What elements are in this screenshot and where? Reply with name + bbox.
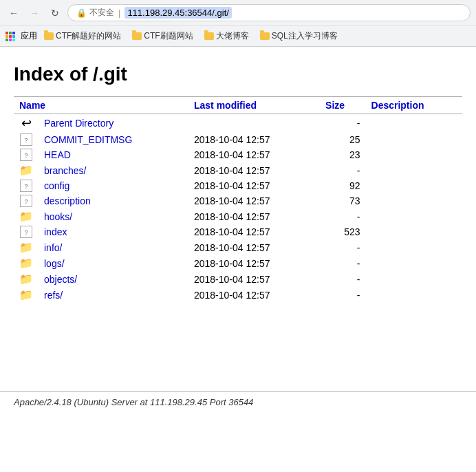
table-row: 📁 objects/ 2018-10-04 12:57 - <box>14 271 462 287</box>
file-link[interactable]: info/ <box>44 242 62 253</box>
bookmark-label-4: SQL注入学习博客 <box>272 30 338 42</box>
row-icon-cell: 📁 <box>14 287 39 303</box>
row-modified-cell: 2018-10-04 12:57 <box>188 255 320 271</box>
file-link[interactable]: config <box>44 180 69 191</box>
size-sort-link[interactable]: Size <box>325 100 345 111</box>
row-modified-cell: 2018-10-04 12:57 <box>188 271 320 287</box>
file-link[interactable]: index <box>44 226 67 237</box>
row-desc-cell <box>366 271 462 287</box>
bookmark-sql[interactable]: SQL注入学习博客 <box>256 29 342 43</box>
unknown-file-icon: ? <box>20 226 32 238</box>
row-modified-cell: 2018-10-04 12:57 <box>188 208 320 224</box>
folder-icon: 📁 <box>19 273 33 285</box>
modified-sort-link[interactable]: Last modified <box>194 100 257 111</box>
file-link[interactable]: description <box>44 195 91 206</box>
row-size-cell: 92 <box>320 178 365 193</box>
table-row: ? config 2018-10-04 12:57 92 <box>14 178 462 193</box>
row-name-cell: branches/ <box>39 162 188 178</box>
bookmark-ctf-practice[interactable]: CTF刷题网站 <box>128 29 197 43</box>
file-link[interactable]: HEAD <box>44 149 71 160</box>
row-icon-cell: ? <box>14 147 39 162</box>
bookmark-ctf-good[interactable]: CTF解题好的网站 <box>40 29 125 43</box>
row-desc-cell <box>366 255 462 271</box>
row-name-cell: logs/ <box>39 255 188 271</box>
row-modified-cell: 2018-10-04 12:57 <box>188 287 320 303</box>
row-name-cell: index <box>39 224 188 239</box>
file-link[interactable]: logs/ <box>44 258 65 269</box>
row-name-cell: description <box>39 193 188 208</box>
row-modified-cell: 2018-10-04 12:57 <box>188 178 320 193</box>
row-size-cell: 73 <box>320 193 365 208</box>
modified-header[interactable]: Last modified <box>188 97 320 114</box>
row-desc-cell <box>366 287 462 303</box>
file-link[interactable]: Parent Directory <box>44 118 113 129</box>
row-name-cell: Parent Directory <box>39 114 188 133</box>
row-icon-cell: ? <box>14 193 39 208</box>
url-display: 111.198.29.45:36544/.git/ <box>125 7 231 19</box>
row-name-cell: config <box>39 178 188 193</box>
table-row: 📁 branches/ 2018-10-04 12:57 - <box>14 162 462 178</box>
server-footer: Apache/2.4.18 (Ubuntu) Server at 111.198… <box>0 391 476 413</box>
file-link[interactable]: hooks/ <box>44 211 72 222</box>
file-link[interactable]: branches/ <box>44 165 86 176</box>
folder-icon: 📁 <box>19 257 33 269</box>
row-modified-cell: 2018-10-04 12:57 <box>188 224 320 239</box>
page-content: Index of /.git Name Last modified Size D… <box>0 47 476 391</box>
row-desc-cell <box>366 114 462 133</box>
row-size-cell: 25 <box>320 132 365 147</box>
row-icon-cell: 📁 <box>14 162 39 178</box>
description-header: Description <box>366 97 462 114</box>
row-desc-cell <box>366 132 462 147</box>
row-size-cell: - <box>320 114 365 133</box>
parent-icon: ↩ <box>21 116 32 130</box>
row-icon-cell: 📁 <box>14 208 39 224</box>
row-icon-cell: 📁 <box>14 255 39 271</box>
apps-grid-icon[interactable] <box>6 32 15 41</box>
name-sort-link[interactable]: Name <box>19 100 45 111</box>
folder-icon: 📁 <box>19 242 33 253</box>
row-desc-cell <box>366 147 462 162</box>
file-link[interactable]: objects/ <box>44 274 77 285</box>
file-link[interactable]: refs/ <box>44 290 63 301</box>
row-size-cell: - <box>320 287 365 303</box>
browser-toolbar: ← → ↻ 🔒 不安全 | 111.198.29.45:36544/.git/ <box>0 0 476 25</box>
bookmark-blog[interactable]: 大佬博客 <box>200 29 253 43</box>
row-size-cell: - <box>320 162 365 178</box>
name-header[interactable]: Name <box>14 97 188 114</box>
row-name-cell: refs/ <box>39 287 188 303</box>
back-button[interactable]: ← <box>6 5 22 21</box>
reload-button[interactable]: ↻ <box>47 5 63 21</box>
row-size-cell: - <box>320 255 365 271</box>
folder-icon: 📁 <box>19 289 33 301</box>
row-modified-cell <box>188 114 320 133</box>
address-bar[interactable]: 🔒 不安全 | 111.198.29.45:36544/.git/ <box>67 4 470 21</box>
size-header[interactable]: Size <box>320 97 365 114</box>
row-modified-cell: 2018-10-04 12:57 <box>188 147 320 162</box>
bookmark-label-3: 大佬博客 <box>216 30 249 42</box>
separator: | <box>118 8 120 18</box>
row-icon-cell: 📁 <box>14 239 39 255</box>
row-icon-cell: ↩ <box>14 114 39 133</box>
browser-chrome: ← → ↻ 🔒 不安全 | 111.198.29.45:36544/.git/ … <box>0 0 476 47</box>
unknown-file-icon: ? <box>20 180 32 192</box>
row-desc-cell <box>366 178 462 193</box>
row-size-cell: - <box>320 271 365 287</box>
description-sort-link[interactable]: Description <box>371 100 424 111</box>
unknown-file-icon: ? <box>20 149 32 161</box>
file-link[interactable]: COMMIT_EDITMSG <box>44 134 132 145</box>
row-name-cell: info/ <box>39 239 188 255</box>
row-size-cell: - <box>320 208 365 224</box>
forward-button[interactable]: → <box>26 5 43 21</box>
table-row: ? COMMIT_EDITMSG 2018-10-04 12:57 25 <box>14 132 462 147</box>
table-header-row: Name Last modified Size Description <box>14 97 462 114</box>
row-size-cell: - <box>320 239 365 255</box>
row-desc-cell <box>366 239 462 255</box>
row-name-cell: hooks/ <box>39 208 188 224</box>
table-row: ? index 2018-10-04 12:57 523 <box>14 224 462 239</box>
directory-table: Name Last modified Size Description ↩ Pa… <box>14 96 462 303</box>
row-name-cell: objects/ <box>39 271 188 287</box>
unknown-file-icon: ? <box>20 195 32 207</box>
table-row: 📁 hooks/ 2018-10-04 12:57 - <box>14 208 462 224</box>
bookmark-label-1: CTF解题好的网站 <box>56 30 121 42</box>
row-icon-cell: ? <box>14 178 39 193</box>
